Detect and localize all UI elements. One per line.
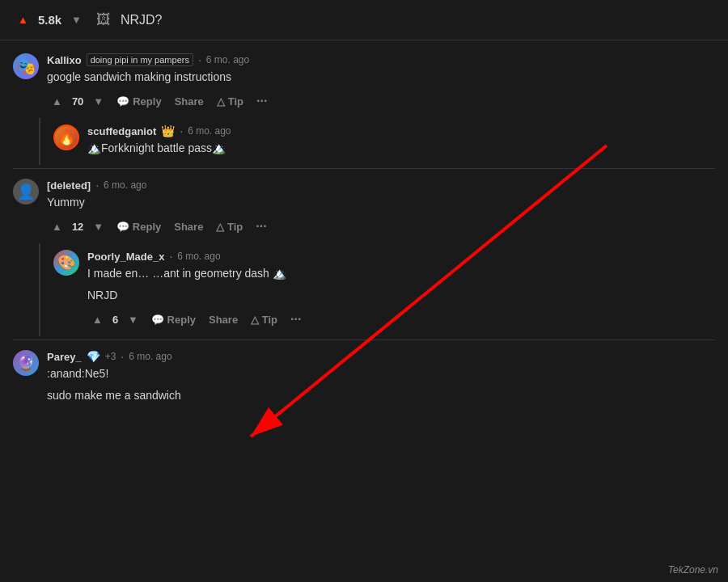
username-scuffed[interactable]: scuffedganiot xyxy=(87,125,156,137)
comment-header-poorly: Poorly_Made_x · 6 mo. ago xyxy=(87,250,715,263)
comment-text-scuffed: 🏔️Forkknight battle pass🏔️ xyxy=(87,140,715,157)
comment-body-poorly: Poorly_Made_x · 6 mo. ago I made en… …an… xyxy=(87,250,715,333)
tip-deleted-button[interactable]: △ Tip xyxy=(211,217,248,236)
share-poorly-button[interactable]: Share xyxy=(204,310,243,329)
reply-poorly-button[interactable]: 💬 Reply xyxy=(146,310,201,329)
vote-section: 5.8k xyxy=(13,11,87,29)
upvote-button[interactable] xyxy=(13,11,33,29)
comment-header-deleted: [deleted] · 6 mo. ago xyxy=(47,179,715,192)
comment-scuffed: 🔥 scuffedganiot 👑 · 6 mo. ago 🏔️Forkknig… xyxy=(40,118,728,165)
comment-body-scuffed: scuffedganiot 👑 · 6 mo. ago 🏔️Forkknight… xyxy=(87,124,715,162)
upvote-icon xyxy=(18,14,28,26)
comment-text-parey: :anand:Ne5! xyxy=(47,365,715,382)
post-title: NRJD? xyxy=(121,13,163,27)
share-button[interactable]: Share xyxy=(170,92,209,111)
gallery-icon: 🖼 xyxy=(96,11,111,28)
downvote-button[interactable] xyxy=(66,11,87,29)
avatar-scuffed: 🔥 xyxy=(53,124,79,150)
watermark: TekZone.vn xyxy=(668,564,718,576)
downvote-icon xyxy=(71,14,82,26)
timestamp-poorly: 6 mo. ago xyxy=(177,251,220,262)
action-bar-deleted: 12 💬 Reply Share △ Tip ··· xyxy=(47,216,715,237)
reply-button[interactable]: 💬 Reply xyxy=(112,92,166,111)
username-parey[interactable]: Parey_ xyxy=(47,351,82,363)
comment-text-parey2: sudo make me a sandwich xyxy=(47,387,715,404)
comment-text-poorly: I made en… …ant in geometry dash 🏔️ xyxy=(87,265,715,282)
vote-count-poorly: 6 xyxy=(111,314,120,326)
action-bar: 70 💬 Reply Share △ Tip ··· xyxy=(47,91,715,112)
comment-text-deleted: Yummy xyxy=(47,194,715,211)
comment-text-poorly2: NRJD xyxy=(87,287,715,304)
action-bar-poorly: 6 💬 Reply Share △ Tip ··· xyxy=(87,309,715,330)
tip-poorly-button[interactable]: △ Tip xyxy=(246,310,282,329)
nested-wrapper-scuffed: 🔥 scuffedganiot 👑 · 6 mo. ago 🏔️Forkknig… xyxy=(39,118,728,165)
down-icon xyxy=(93,221,104,233)
comment-header: Kallixo doing pipi in my pampers · 6 mo.… xyxy=(47,53,715,66)
comment-body-deleted: [deleted] · 6 mo. ago Yummy 12 💬 Reply S… xyxy=(47,179,715,240)
comment-deleted: 👤 [deleted] · 6 mo. ago Yummy 12 💬 Reply… xyxy=(0,172,728,243)
separator2 xyxy=(13,340,715,340)
comment-body-parey: Parey_ 💎 +3 · 6 mo. ago :anand:Ne5! sudo… xyxy=(47,350,715,409)
username-poorly[interactable]: Poorly_Made_x xyxy=(87,251,164,263)
tip-button[interactable]: △ Tip xyxy=(212,92,248,111)
up-icon xyxy=(52,221,62,233)
comment-poorly: 🎨 Poorly_Made_x · 6 mo. ago I made en… …… xyxy=(40,243,728,336)
vote-count-inline: 70 xyxy=(70,95,85,108)
comment-parey: 🔮 Parey_ 💎 +3 · 6 mo. ago :anand:Ne5! su… xyxy=(0,344,728,412)
avatar: 🎭 xyxy=(13,53,39,79)
more-button[interactable]: ··· xyxy=(252,91,272,112)
separator-dot: · xyxy=(180,124,183,137)
comment-header-scuffed: scuffedganiot 👑 · 6 mo. ago xyxy=(87,124,715,137)
down-icon xyxy=(93,95,104,108)
avatar-poorly: 🎨 xyxy=(53,250,79,276)
comment-kallixo: 🎭 Kallixo doing pipi in my pampers · 6 m… xyxy=(0,47,728,118)
vote-count: 5.8k xyxy=(38,13,61,27)
separator1 xyxy=(13,168,715,169)
content: 🎭 Kallixo doing pipi in my pampers · 6 m… xyxy=(0,40,728,582)
comment-text: google sandwich making instructions xyxy=(47,69,715,86)
separator-dot: · xyxy=(198,53,201,66)
more-poorly-button[interactable]: ··· xyxy=(286,309,306,330)
comment-body: Kallixo doing pipi in my pampers · 6 mo.… xyxy=(47,53,715,115)
up-icon xyxy=(52,95,62,108)
up-icon xyxy=(92,314,103,326)
share-deleted-button[interactable]: Share xyxy=(169,217,208,236)
more-deleted-button[interactable]: ··· xyxy=(251,216,271,237)
vote-count-deleted: 12 xyxy=(70,221,85,233)
avatar-parey: 🔮 xyxy=(13,350,39,376)
timestamp-parey: 6 mo. ago xyxy=(129,351,171,362)
timestamp-scuffed: 6 mo. ago xyxy=(188,125,231,137)
reply-deleted-button[interactable]: 💬 Reply xyxy=(112,217,166,236)
separator-dot: · xyxy=(121,350,124,363)
comment-header-parey: Parey_ 💎 +3 · 6 mo. ago xyxy=(47,350,715,363)
timestamp-deleted: 6 mo. ago xyxy=(104,179,146,191)
upvote-comment-button[interactable] xyxy=(47,92,67,111)
crown-icon: 👑 xyxy=(161,124,175,137)
username-deleted[interactable]: [deleted] xyxy=(47,179,91,192)
flair-badge: doing pipi in my pampers xyxy=(87,53,193,66)
diamond-icon: 💎 xyxy=(87,350,100,363)
nested-wrapper-poorly: 🎨 Poorly_Made_x · 6 mo. ago I made en… …… xyxy=(39,243,728,336)
upvote-poorly[interactable] xyxy=(87,310,108,329)
plus3-badge: +3 xyxy=(105,351,116,362)
top-bar: 5.8k 🖼 NRJD? xyxy=(0,0,728,40)
timestamp: 6 mo. ago xyxy=(206,54,249,65)
downvote-deleted[interactable] xyxy=(88,217,108,236)
downvote-poorly[interactable] xyxy=(123,310,143,329)
separator-dot: · xyxy=(169,250,172,263)
down-icon xyxy=(128,314,138,326)
separator-dot: · xyxy=(95,179,99,192)
downvote-comment-button[interactable] xyxy=(88,92,108,111)
upvote-deleted[interactable] xyxy=(47,217,67,236)
avatar-deleted: 👤 xyxy=(13,179,39,205)
username[interactable]: Kallixo xyxy=(47,54,82,66)
